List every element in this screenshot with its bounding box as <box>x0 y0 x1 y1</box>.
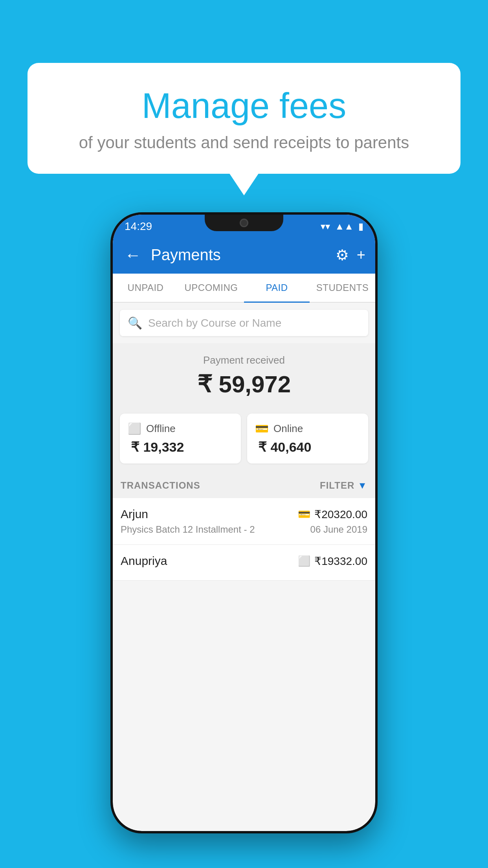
tab-unpaid[interactable]: UNPAID <box>113 274 178 302</box>
payment-received-label: Payment received <box>121 354 367 366</box>
tabs: UNPAID UPCOMING PAID STUDENTS <box>113 274 375 303</box>
transactions-label: TRANSACTIONS <box>121 480 200 491</box>
signal-icon: ▲▲ <box>335 221 354 232</box>
tab-upcoming[interactable]: UPCOMING <box>178 274 244 302</box>
phone-frame: 14:29 ▾▾ ▲▲ ▮ ← Payments ⚙ + UNPAID UPCO… <box>110 212 378 833</box>
transaction-top-1: Arjun 💳 ₹20320.00 <box>121 508 367 521</box>
tab-paid[interactable]: PAID <box>244 274 310 302</box>
app-bar-title: Payments <box>151 246 328 264</box>
payment-method-icon-2: ⬜ <box>298 555 310 567</box>
phone-notch <box>205 215 283 231</box>
online-label: Online <box>273 423 303 435</box>
speech-bubble-title: Manage fees <box>47 86 441 125</box>
offline-icon: ⬜ <box>128 422 141 435</box>
search-bar[interactable]: 🔍 Search by Course or Name <box>120 310 368 336</box>
online-icon: 💳 <box>255 422 269 435</box>
app-bar-actions: ⚙ + <box>336 246 365 264</box>
transaction-amount-wrap-1: 💳 ₹20320.00 <box>298 508 367 521</box>
speech-bubble-subtitle: of your students and send receipts to pa… <box>47 133 441 152</box>
volume-button <box>110 325 112 352</box>
offline-amount: ₹ 19,332 <box>128 439 233 455</box>
table-row[interactable]: Anupriya ⬜ ₹19332.00 <box>113 545 375 581</box>
transaction-name-1: Arjun <box>121 508 148 521</box>
tab-students[interactable]: STUDENTS <box>310 274 375 302</box>
transaction-amount-wrap-2: ⬜ ₹19332.00 <box>298 555 367 568</box>
offline-card-header: ⬜ Offline <box>128 422 233 435</box>
offline-card: ⬜ Offline ₹ 19,332 <box>120 414 241 463</box>
transaction-date-1: 06 June 2019 <box>310 524 367 535</box>
payment-total-amount: ₹ 59,972 <box>121 370 367 398</box>
filter-icon: ▼ <box>358 480 367 491</box>
payment-method-icon-1: 💳 <box>298 508 310 520</box>
speech-bubble: Manage fees of your students and send re… <box>28 63 460 174</box>
back-button[interactable]: ← <box>123 244 143 267</box>
transaction-name-2: Anupriya <box>121 554 167 568</box>
search-icon: 🔍 <box>128 316 142 330</box>
status-time: 14:29 <box>125 220 152 233</box>
offline-label: Offline <box>146 423 176 435</box>
search-placeholder: Search by Course or Name <box>148 317 281 329</box>
payment-summary: Payment received ₹ 59,972 <box>113 343 375 406</box>
phone-camera <box>240 219 248 227</box>
settings-button[interactable]: ⚙ <box>336 246 349 264</box>
power-button <box>376 301 378 348</box>
add-button[interactable]: + <box>357 246 365 263</box>
transaction-top-2: Anupriya ⬜ ₹19332.00 <box>121 554 367 568</box>
phone-screen: 14:29 ▾▾ ▲▲ ▮ ← Payments ⚙ + UNPAID UPCO… <box>113 215 375 831</box>
status-icons: ▾▾ ▲▲ ▮ <box>321 221 363 232</box>
transaction-course-1: Physics Batch 12 Installment - 2 <box>121 524 255 535</box>
payment-cards: ⬜ Offline ₹ 19,332 💳 Online ₹ 40,640 <box>113 406 375 471</box>
transaction-amount-1: ₹20320.00 <box>314 508 367 521</box>
table-row[interactable]: Arjun 💳 ₹20320.00 Physics Batch 12 Insta… <box>113 498 375 545</box>
online-card: 💳 Online ₹ 40,640 <box>247 414 368 463</box>
app-bar: ← Payments ⚙ + <box>113 236 375 274</box>
online-card-header: 💳 Online <box>255 422 360 435</box>
transactions-header: TRANSACTIONS FILTER ▼ <box>113 471 375 498</box>
online-amount: ₹ 40,640 <box>255 439 360 455</box>
battery-icon: ▮ <box>358 221 363 232</box>
wifi-icon: ▾▾ <box>321 221 330 232</box>
transaction-bottom-1: Physics Batch 12 Installment - 2 06 June… <box>121 524 367 535</box>
transaction-amount-2: ₹19332.00 <box>314 555 367 568</box>
filter-button[interactable]: FILTER ▼ <box>320 480 367 491</box>
